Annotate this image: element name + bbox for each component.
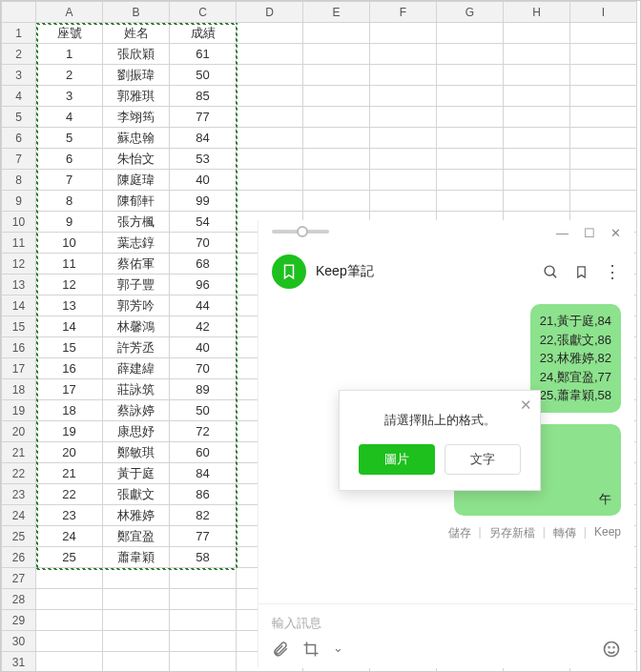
row-header[interactable]: 27 — [2, 568, 36, 589]
cell[interactable]: 14 — [36, 316, 103, 337]
cell[interactable] — [570, 107, 637, 128]
cell[interactable]: 黃于庭 — [103, 463, 170, 484]
more-tools-icon[interactable]: ⌄ — [333, 641, 343, 658]
cell[interactable]: 座號 — [36, 23, 103, 44]
cell[interactable]: 72 — [170, 421, 237, 442]
cell[interactable]: 朱怡文 — [103, 149, 170, 170]
row-header[interactable]: 21 — [2, 442, 36, 463]
cell[interactable]: 16 — [36, 358, 103, 379]
cell[interactable] — [570, 191, 637, 212]
row-header[interactable]: 16 — [2, 337, 36, 358]
cell[interactable]: 鄭敏琪 — [103, 442, 170, 463]
row-header[interactable]: 30 — [2, 631, 36, 652]
cell[interactable]: 陳郁軒 — [103, 191, 170, 212]
cell[interactable]: 郭子豐 — [103, 275, 170, 295]
cell[interactable]: 77 — [170, 526, 237, 547]
cell[interactable] — [237, 149, 303, 170]
cell[interactable] — [370, 149, 437, 170]
col-header-G[interactable]: G — [437, 2, 504, 23]
bookmark-tab-icon[interactable] — [574, 264, 589, 280]
cell[interactable]: 85 — [170, 86, 237, 107]
cell[interactable] — [237, 44, 303, 65]
cell[interactable]: 84 — [170, 463, 237, 484]
cell[interactable]: 42 — [170, 316, 237, 337]
cell[interactable] — [36, 610, 103, 631]
cell[interactable] — [370, 86, 437, 107]
cell[interactable] — [237, 107, 303, 128]
cell[interactable] — [303, 44, 370, 65]
cell[interactable] — [170, 568, 237, 589]
col-header-B[interactable]: B — [103, 2, 170, 23]
cell[interactable] — [504, 128, 570, 149]
cell[interactable] — [504, 65, 570, 86]
cell[interactable]: 22 — [36, 484, 103, 505]
cell[interactable]: 郭芳吟 — [103, 295, 170, 316]
cell[interactable] — [36, 568, 103, 589]
cell[interactable]: 張欣穎 — [103, 44, 170, 65]
row-header[interactable]: 29 — [2, 610, 36, 631]
cell[interactable]: 50 — [170, 400, 237, 421]
cell[interactable]: 1 — [36, 44, 103, 65]
row-header[interactable]: 13 — [2, 275, 36, 295]
cell[interactable]: 19 — [36, 421, 103, 442]
cell[interactable] — [303, 191, 370, 212]
row-header[interactable]: 31 — [2, 652, 36, 673]
cell[interactable]: 葉志錞 — [103, 233, 170, 254]
cell[interactable] — [170, 652, 237, 673]
cell[interactable]: 張方楓 — [103, 212, 170, 233]
cell[interactable] — [103, 589, 170, 610]
cell[interactable] — [370, 170, 437, 191]
row-header[interactable]: 15 — [2, 316, 36, 337]
cell[interactable]: 96 — [170, 275, 237, 295]
cell[interactable] — [237, 128, 303, 149]
cell[interactable] — [570, 86, 637, 107]
cell[interactable]: 成績 — [170, 23, 237, 44]
cell[interactable]: 陳庭瑋 — [103, 170, 170, 191]
msg-action[interactable]: 另存新檔 — [489, 525, 535, 541]
cell[interactable] — [303, 86, 370, 107]
row-header[interactable]: 8 — [2, 170, 36, 191]
cell[interactable]: 24 — [36, 526, 103, 547]
cell[interactable] — [437, 170, 504, 191]
cell[interactable]: 53 — [170, 149, 237, 170]
cell[interactable] — [504, 86, 570, 107]
dialog-close-icon[interactable]: ✕ — [520, 397, 532, 414]
cell[interactable] — [303, 65, 370, 86]
cell[interactable]: 13 — [36, 295, 103, 316]
minimize-icon[interactable]: — — [556, 226, 569, 240]
cell[interactable] — [570, 149, 637, 170]
attach-icon[interactable] — [272, 641, 289, 658]
cell[interactable]: 7 — [36, 170, 103, 191]
cell[interactable]: 40 — [170, 337, 237, 358]
row-header[interactable]: 11 — [2, 233, 36, 254]
cell[interactable]: 林馨鴻 — [103, 316, 170, 337]
cell[interactable] — [103, 652, 170, 673]
cell[interactable] — [36, 631, 103, 652]
crop-icon[interactable] — [302, 641, 320, 658]
col-header-A[interactable]: A — [36, 2, 103, 23]
row-header[interactable]: 28 — [2, 589, 36, 610]
cell[interactable]: 鄭宜盈 — [103, 526, 170, 547]
cell[interactable] — [570, 23, 637, 44]
cell[interactable]: 15 — [36, 337, 103, 358]
paste-image-button[interactable]: 圖片 — [359, 444, 435, 475]
cell[interactable]: 蔡詠婷 — [103, 400, 170, 421]
row-header[interactable]: 24 — [2, 505, 36, 526]
cell[interactable] — [437, 23, 504, 44]
msg-action[interactable]: 轉傳 — [553, 525, 576, 541]
cell[interactable]: 12 — [36, 275, 103, 295]
cell[interactable] — [504, 23, 570, 44]
cell[interactable] — [437, 86, 504, 107]
cell[interactable]: 張獻文 — [103, 484, 170, 505]
cell[interactable]: 89 — [170, 379, 237, 400]
cell[interactable]: 99 — [170, 191, 237, 212]
cell[interactable]: 郭雅琪 — [103, 86, 170, 107]
cell[interactable]: 莊詠筑 — [103, 379, 170, 400]
cell[interactable]: 61 — [170, 44, 237, 65]
cell[interactable]: 薛建緯 — [103, 358, 170, 379]
cell[interactable] — [237, 23, 303, 44]
cell[interactable] — [570, 170, 637, 191]
row-header[interactable]: 10 — [2, 212, 36, 233]
cell[interactable]: 8 — [36, 191, 103, 212]
cell[interactable] — [504, 107, 570, 128]
